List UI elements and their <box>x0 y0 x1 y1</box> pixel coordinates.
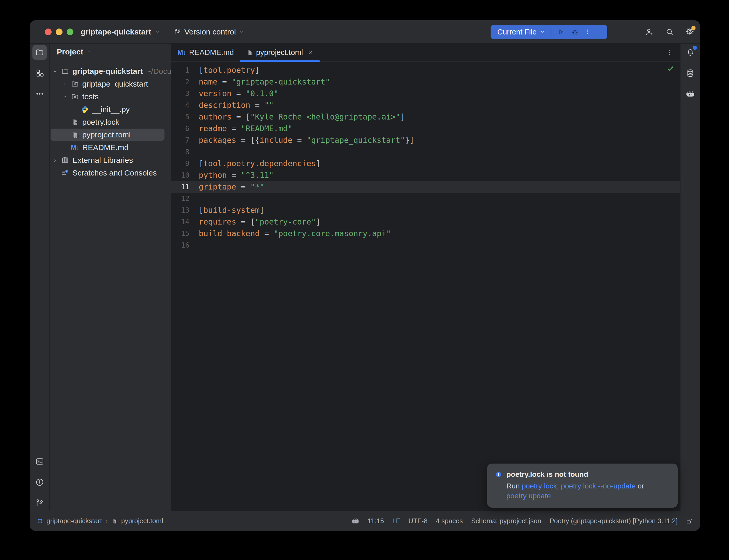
status-item[interactable]: 11:15 <box>368 517 384 525</box>
line-number[interactable]: 14 <box>171 216 189 228</box>
line-number[interactable]: 6 <box>171 123 189 134</box>
notification-balloon: poetry.lock is not found Run poetry lock… <box>487 464 678 508</box>
run-button[interactable] <box>557 28 564 36</box>
minimize-window-button[interactable] <box>56 29 62 35</box>
line-number[interactable]: 2 <box>171 76 189 88</box>
code-line-4[interactable]: 4description = "" <box>171 99 680 111</box>
code-with-me-button[interactable] <box>645 27 654 36</box>
code-line-15[interactable]: 15build-backend = "poetry.core.masonry.a… <box>171 228 680 239</box>
ai-assistant-tool-button[interactable] <box>683 87 698 101</box>
line-number[interactable]: 1 <box>171 64 189 76</box>
line-number[interactable]: 16 <box>171 239 189 251</box>
line-number[interactable]: 7 <box>171 134 189 146</box>
line-number[interactable]: 11 <box>171 181 189 193</box>
divider <box>551 27 551 36</box>
project-switcher[interactable]: griptape-quickstart <box>81 27 160 36</box>
line-number[interactable]: 12 <box>171 193 189 204</box>
git-branch-icon <box>35 499 44 507</box>
breadcrumb-project[interactable]: griptape-quickstart <box>46 517 102 525</box>
tree-item--init-py[interactable]: __init__.py <box>50 103 171 116</box>
code-line-3[interactable]: 3version = "0.1.0" <box>171 88 680 99</box>
status-item[interactable]: UTF-8 <box>408 517 428 525</box>
breadcrumb-file[interactable]: pyproject.toml <box>121 517 163 525</box>
vcs-widget[interactable]: Version control <box>173 27 245 36</box>
zoom-window-button[interactable] <box>67 29 73 35</box>
tree-item-poetry-lock[interactable]: [T]poetry.lock <box>50 116 171 128</box>
code-editor[interactable]: 1[tool.poetry]2name = "griptape-quicksta… <box>171 62 680 511</box>
code-line-5[interactable]: 5authors = ["Kyle Roche <hello@griptape.… <box>171 111 680 123</box>
status-item[interactable]: Schema: pyproject.json <box>471 517 541 525</box>
line-number[interactable]: 5 <box>171 111 189 123</box>
tree-item-readme-md[interactable]: M↓README.md <box>50 141 171 154</box>
version-control-tool-button[interactable] <box>32 496 47 510</box>
notification-action-link[interactable]: poetry lock <box>522 482 557 490</box>
code-text: name = "griptape-quickstart" <box>199 76 330 88</box>
terminal-tool-button[interactable] <box>32 454 47 469</box>
titlebar-actions <box>645 20 694 43</box>
close-window-button[interactable] <box>45 29 52 35</box>
chevron-right-icon[interactable] <box>61 81 69 87</box>
chevron-down-icon[interactable] <box>51 68 59 74</box>
structure-tool-button[interactable] <box>32 66 47 80</box>
window-controls <box>45 29 73 35</box>
tree-item-scratches-and-consoles[interactable]: Scratches and Consoles <box>50 166 171 179</box>
code-line-6[interactable]: 6readme = "README.md" <box>171 123 680 134</box>
code-line-12[interactable]: 12 <box>171 193 680 204</box>
tree-item-griptape-quickstart[interactable]: griptape_quickstart <box>50 78 171 90</box>
code-line-11[interactable]: 11griptape = "*" <box>171 181 680 193</box>
code-line-9[interactable]: 9[tool.poetry.dependencies] <box>171 158 680 169</box>
tree-item-pyproject-toml[interactable]: [T]pyproject.toml <box>50 128 171 141</box>
project-panel-header[interactable]: Project <box>50 44 171 60</box>
status-item[interactable]: 4 spaces <box>436 517 463 525</box>
tree-item-external-libraries[interactable]: External Libraries <box>50 154 171 166</box>
line-number[interactable]: 9 <box>171 158 189 169</box>
code-line-8[interactable]: 8 <box>171 146 680 158</box>
tab-options-button[interactable] <box>666 49 673 56</box>
code-line-14[interactable]: 14requires = ["poetry-core"] <box>171 216 680 228</box>
line-number[interactable]: 15 <box>171 228 189 239</box>
problems-tool-button[interactable] <box>32 475 47 489</box>
tree-item-label: External Libraries <box>72 156 133 165</box>
database-tool-button[interactable] <box>683 66 698 80</box>
search-everywhere-button[interactable] <box>665 27 674 36</box>
tab-readme-md[interactable]: M↓README.md <box>171 44 240 61</box>
line-number[interactable]: 3 <box>171 88 189 99</box>
status-bar: griptape-quickstart › [T] pyproject.toml… <box>30 511 700 531</box>
folder-icon <box>61 67 69 75</box>
library-icon <box>61 156 69 164</box>
unlock-icon[interactable] <box>686 518 693 524</box>
code-line-16[interactable]: 16 <box>171 239 680 251</box>
tree-item-label: tests <box>82 92 99 101</box>
line-number[interactable]: 10 <box>171 169 189 181</box>
notification-body: Run poetry lock, poetry lock --no-update… <box>507 481 670 501</box>
line-number[interactable]: 13 <box>171 204 189 216</box>
settings-button[interactable] <box>685 27 694 37</box>
tree-item-griptape-quickstart[interactable]: griptape-quickstart~/Docume <box>50 65 171 78</box>
project-tool-button[interactable] <box>32 45 47 60</box>
chevron-right-icon[interactable] <box>51 157 59 163</box>
line-number[interactable]: 8 <box>171 146 189 158</box>
notification-action-link[interactable]: poetry update <box>507 492 551 500</box>
close-tab-icon[interactable] <box>307 50 313 56</box>
notification-action-link[interactable]: poetry lock --no-update <box>561 482 636 490</box>
tree-item-tests[interactable]: tests <box>50 90 171 103</box>
code-line-7[interactable]: 7packages = [{include = "griptape_quicks… <box>171 134 680 146</box>
line-number[interactable]: 4 <box>171 99 189 111</box>
status-item[interactable]: LF <box>392 517 400 525</box>
more-tools-button[interactable] <box>32 87 47 101</box>
copilot-icon[interactable] <box>351 517 359 525</box>
info-icon <box>495 471 502 478</box>
run-config-selector[interactable]: Current File <box>497 28 537 36</box>
chevron-down-icon[interactable] <box>540 29 545 34</box>
breadcrumb-separator: › <box>106 517 108 525</box>
notifications-tool-button[interactable] <box>683 45 698 60</box>
status-item[interactable]: Poetry (griptape-quickstart) [Python 3.1… <box>550 517 678 525</box>
code-line-10[interactable]: 10python = "^3.11" <box>171 169 680 181</box>
code-line-1[interactable]: 1[tool.poetry] <box>171 64 680 76</box>
debug-button[interactable] <box>571 28 579 36</box>
tab-pyproject-toml[interactable]: [T]pyproject.toml <box>240 44 319 61</box>
code-line-13[interactable]: 13[build-system] <box>171 204 680 216</box>
more-run-options-button[interactable] <box>584 29 591 35</box>
code-line-2[interactable]: 2name = "griptape-quickstart" <box>171 76 680 88</box>
chevron-down-icon[interactable] <box>61 94 69 100</box>
